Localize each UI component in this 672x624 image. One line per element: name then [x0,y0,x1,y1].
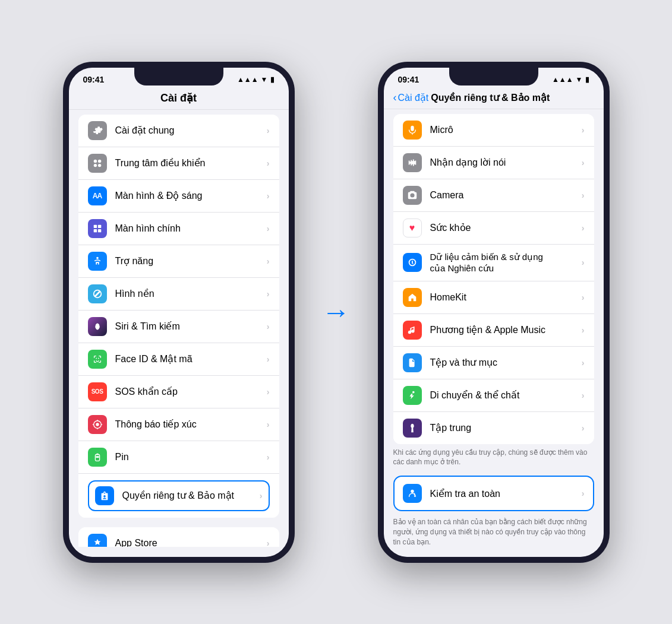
chevron-icon: › [582,258,585,267]
svg-point-22 [412,391,415,393]
chevron-icon: › [260,491,263,501]
chevron-icon: › [267,539,270,547]
chevron-icon: › [582,358,585,368]
privacy-section-note: Khi các ứng dụng yêu cầu truy cập, chúng… [384,444,604,474]
settings-item-man-hinh[interactable]: AA Màn hình & Độ sáng › [78,180,279,213]
settings-item-siri[interactable]: Siri & Tìm kiếm › [78,311,279,343]
tro-nang-label: Trợ năng [115,255,267,267]
svg-point-0 [93,159,96,162]
wifi-icon: ▼ [261,75,268,84]
status-time-right: 09:41 [398,75,419,84]
svg-point-11 [96,423,99,426]
chevron-icon: › [267,289,270,299]
kiemtra-icon [403,484,422,503]
chevron-icon: › [582,125,585,135]
face-id-label: Face ID & Mật mã [115,353,267,365]
chevron-icon: › [582,191,585,200]
thong-bao-icon [88,415,107,434]
tro-nang-icon [88,252,107,271]
app-store-icon [88,534,107,547]
quyen-rieng-tu-icon [95,486,114,505]
kiemtra-label: Kiểm tra an toàn [430,488,582,499]
settings-item-quyen-rieng-tu[interactable]: Quyền riêng tư & Bảo mật › [88,480,270,511]
chevron-icon: › [267,354,270,364]
kiemtra-item[interactable]: Kiểm tra an toàn › [393,476,594,511]
fitness-label: Di chuyển & thể chất [430,389,582,401]
svg-rect-7 [97,229,100,232]
svg-point-1 [97,159,100,162]
privacy-item-tep[interactable]: Tệp và thư mục › [393,347,594,379]
left-phone: 09:41 ▲▲▲ ▼ ▮ Cài đặt [63,62,295,563]
settings-item-app-store[interactable]: App Store › [78,527,279,547]
du-lieu-label: Dữ liệu cảm biến & sử dụngcủa Nghiên cứu [430,251,582,274]
settings-item-cai-dat-chung[interactable]: Cài đặt chung › [78,115,279,147]
suc-khoe-icon: ♥ [403,218,422,237]
svg-rect-4 [93,224,96,227]
settings-item-tro-nang[interactable]: Trợ năng › [78,245,279,278]
settings-item-face-id[interactable]: Face ID & Mật mã › [78,343,279,376]
music-icon [403,321,422,340]
face-id-icon [88,350,107,369]
battery-icon: ▮ [270,75,275,84]
svg-rect-16 [95,454,99,461]
settings-item-pin[interactable]: Pin › [78,441,279,474]
settings-item-man-hinh-chinh[interactable]: Màn hình chính › [78,213,279,245]
tep-label: Tệp và thư mục [430,357,582,368]
privacy-item-focus[interactable]: Tập trung › [393,412,594,444]
nhan-dang-label: Nhận dạng lời nói [430,157,582,168]
siri-icon [88,317,107,336]
svg-rect-6 [93,229,96,232]
chevron-icon: › [582,391,585,400]
chevron-icon: › [267,322,270,331]
privacy-item-homekit[interactable]: HomeKit › [393,281,594,314]
nav-bar-left: Cài đặt [69,87,289,110]
settings-section-1: Cài đặt chung › Trung tâm điều khiển › [78,115,279,518]
nav-bar-right: ‹ Cài đặt Quyền riêng tư & Bảo mật [384,87,604,109]
chevron-icon: › [267,452,270,462]
trung-tam-label: Trung tâm điều khiển [115,157,267,169]
signal-icon: ▲▲▲ [237,75,258,84]
micro-label: Micrô [430,125,582,135]
settings-section-2: App Store › Ví & Apple Pay › [78,527,279,547]
settings-item-hinh-nen[interactable]: Hình nền › [78,278,279,311]
privacy-item-fitness[interactable]: Di chuyển & thể chất › [393,379,594,412]
focus-label: Tập trung [430,422,582,433]
chevron-icon: › [267,191,270,201]
homekit-icon [403,288,422,307]
status-icons-right: ▲▲▲ ▼ ▮ [552,75,589,84]
privacy-item-suc-khoe[interactable]: ♥ Sức khỏe › [393,212,594,245]
chevron-icon: › [582,223,585,233]
privacy-item-micro[interactable]: Micrô › [393,114,594,147]
fitness-icon [403,386,422,405]
man-hinh-chinh-icon [88,219,107,238]
privacy-item-camera[interactable]: Camera › [393,179,594,212]
battery-icon-right: ▮ [585,75,589,84]
homekit-label: HomeKit [430,292,582,303]
man-hinh-chinh-label: Màn hình chính [115,223,267,234]
right-phone: 09:41 ▲▲▲ ▼ ▮ ‹ Cài đặt Quyền riêng tư &… [378,62,610,563]
settings-item-trung-tam[interactable]: Trung tâm điều khiển › [78,147,279,180]
wifi-icon-right: ▼ [576,75,583,84]
svg-rect-18 [96,456,99,458]
chevron-icon: › [582,293,585,302]
nav-title-right: Quyền riêng tư & Bảo mật [431,92,550,103]
settings-item-thong-bao[interactable]: Thông báo tiếp xúc › [78,408,279,441]
nav-back-btn[interactable]: ‹ Cài đặt [393,91,429,104]
back-chevron-icon: ‹ [393,91,397,104]
privacy-item-du-lieu[interactable]: Dữ liệu cảm biến & sử dụngcủa Nghiên cứu… [393,245,594,281]
chevron-icon: › [267,224,270,233]
svg-point-2 [93,163,96,166]
pin-label: Pin [115,452,267,463]
chevron-icon: › [267,159,270,168]
status-icons-left: ▲▲▲ ▼ ▮ [237,75,275,84]
privacy-item-nhan-dang[interactable]: Nhận dạng lời nói › [393,147,594,179]
man-hinh-icon: AA [88,186,107,205]
privacy-item-music[interactable]: Phương tiện & Apple Music › [393,314,594,347]
notch-right [449,68,538,85]
navigation-arrow: → [318,296,354,328]
chevron-icon: › [582,489,585,498]
settings-item-sos[interactable]: SOS SOS khẩn cấp › [78,376,279,408]
siri-label: Siri & Tìm kiếm [115,321,267,332]
trung-tam-icon [88,154,107,173]
chevron-icon: › [267,420,270,429]
